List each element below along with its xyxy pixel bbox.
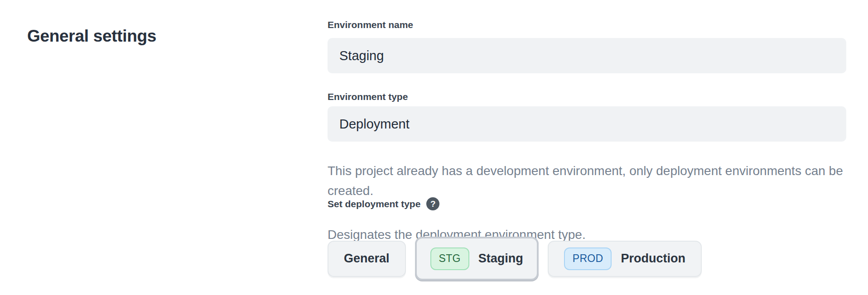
environment-name-input[interactable]: [328, 38, 846, 73]
deployment-type-label: Set deployment type: [328, 198, 420, 210]
staging-option-label: Staging: [478, 252, 523, 266]
question-mark-icon[interactable]: ?: [426, 197, 439, 210]
deployment-type-option-production-button[interactable]: PROD Production: [548, 241, 702, 277]
deployment-type-option-staging-button[interactable]: STG Staging: [415, 237, 539, 281]
general-option-label: General: [344, 252, 390, 266]
environment-settings-page: General settings Environment name Enviro…: [0, 0, 868, 295]
deployment-type-label-row: Set deployment type ?: [328, 197, 439, 210]
deployment-type-option-general-button[interactable]: General: [328, 241, 406, 277]
environment-name-label: Environment name: [328, 19, 413, 31]
production-option-label: Production: [621, 252, 685, 266]
page-title: General settings: [27, 27, 156, 46]
staging-badge: STG: [430, 247, 469, 270]
production-badge: PROD: [564, 247, 612, 270]
environment-type-help-text: This project already has a development e…: [328, 161, 846, 201]
environment-settings-form: Environment name Environment type This p…: [328, 0, 846, 295]
deployment-type-options: General STG Staging PROD Production: [328, 237, 702, 281]
environment-type-label: Environment type: [328, 91, 408, 103]
environment-type-input[interactable]: [328, 106, 846, 142]
